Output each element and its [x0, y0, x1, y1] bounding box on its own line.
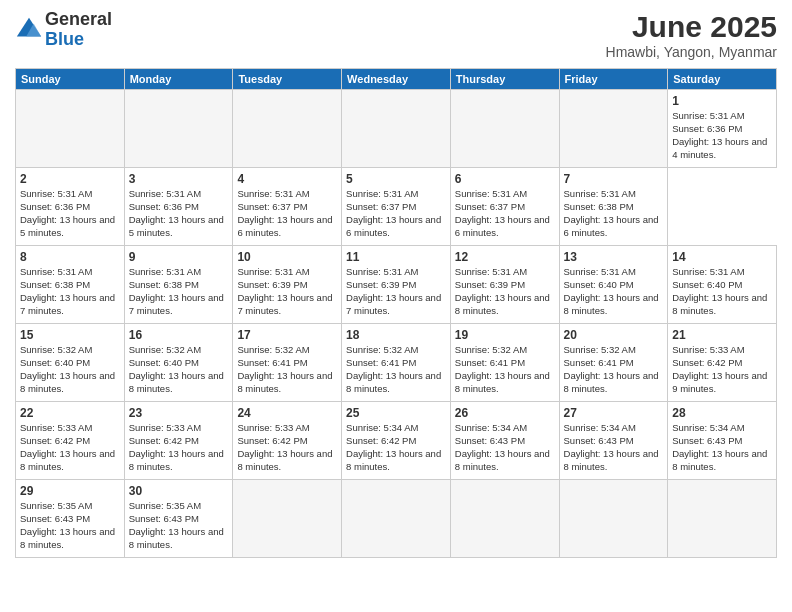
table-row: 19Sunrise: 5:32 AMSunset: 6:41 PMDayligh…: [450, 324, 559, 402]
daylight: Daylight: 13 hours and 8 minutes.: [564, 448, 659, 472]
empty-cell: [233, 480, 342, 558]
table-row: 5Sunrise: 5:31 AMSunset: 6:37 PMDaylight…: [342, 168, 451, 246]
sunset: Sunset: 6:40 PM: [20, 357, 90, 368]
sunset: Sunset: 6:40 PM: [129, 357, 199, 368]
sunset: Sunset: 6:43 PM: [564, 435, 634, 446]
sunrise: Sunrise: 5:34 AM: [672, 422, 744, 433]
sunset: Sunset: 6:41 PM: [564, 357, 634, 368]
table-row: 8Sunrise: 5:31 AMSunset: 6:38 PMDaylight…: [16, 246, 125, 324]
day-number: 15: [20, 327, 120, 343]
sunset: Sunset: 6:42 PM: [129, 435, 199, 446]
daylight: Daylight: 13 hours and 8 minutes.: [564, 292, 659, 316]
daylight: Daylight: 13 hours and 7 minutes.: [346, 292, 441, 316]
day-number: 30: [129, 483, 229, 499]
table-row: 1Sunrise: 5:31 AMSunset: 6:36 PMDaylight…: [668, 90, 777, 168]
sunrise: Sunrise: 5:31 AM: [564, 188, 636, 199]
table-row: 7Sunrise: 5:31 AMSunset: 6:38 PMDaylight…: [559, 168, 668, 246]
table-row: 9Sunrise: 5:31 AMSunset: 6:38 PMDaylight…: [124, 246, 233, 324]
sunset: Sunset: 6:42 PM: [672, 357, 742, 368]
daylight: Daylight: 13 hours and 8 minutes.: [129, 526, 224, 550]
day-number: 25: [346, 405, 446, 421]
sunrise: Sunrise: 5:31 AM: [455, 266, 527, 277]
sunset: Sunset: 6:36 PM: [672, 123, 742, 134]
sunset: Sunset: 6:39 PM: [346, 279, 416, 290]
day-number: 5: [346, 171, 446, 187]
sunrise: Sunrise: 5:31 AM: [129, 266, 201, 277]
sunrise: Sunrise: 5:31 AM: [455, 188, 527, 199]
day-number: 6: [455, 171, 555, 187]
logo-text: General Blue: [45, 10, 112, 50]
calendar-subtitle: Hmawbi, Yangon, Myanmar: [606, 44, 777, 60]
calendar-header-row: Sunday Monday Tuesday Wednesday Thursday…: [16, 69, 777, 90]
table-row: 28Sunrise: 5:34 AMSunset: 6:43 PMDayligh…: [668, 402, 777, 480]
sunrise: Sunrise: 5:31 AM: [20, 266, 92, 277]
sunrise: Sunrise: 5:33 AM: [672, 344, 744, 355]
sunset: Sunset: 6:37 PM: [455, 201, 525, 212]
sunset: Sunset: 6:40 PM: [564, 279, 634, 290]
daylight: Daylight: 13 hours and 8 minutes.: [129, 370, 224, 394]
daylight: Daylight: 13 hours and 8 minutes.: [455, 370, 550, 394]
table-row: 23Sunrise: 5:33 AMSunset: 6:42 PMDayligh…: [124, 402, 233, 480]
table-row: 16Sunrise: 5:32 AMSunset: 6:40 PMDayligh…: [124, 324, 233, 402]
sunrise: Sunrise: 5:32 AM: [20, 344, 92, 355]
daylight: Daylight: 13 hours and 6 minutes.: [346, 214, 441, 238]
day-number: 11: [346, 249, 446, 265]
table-row: 14Sunrise: 5:31 AMSunset: 6:40 PMDayligh…: [668, 246, 777, 324]
sunrise: Sunrise: 5:31 AM: [237, 188, 309, 199]
sunrise: Sunrise: 5:31 AM: [237, 266, 309, 277]
table-row: 6Sunrise: 5:31 AMSunset: 6:37 PMDaylight…: [450, 168, 559, 246]
daylight: Daylight: 13 hours and 7 minutes.: [20, 292, 115, 316]
daylight: Daylight: 13 hours and 8 minutes.: [672, 292, 767, 316]
col-friday: Friday: [559, 69, 668, 90]
sunset: Sunset: 6:43 PM: [20, 513, 90, 524]
empty-cell: [450, 90, 559, 168]
sunrise: Sunrise: 5:33 AM: [237, 422, 309, 433]
sunset: Sunset: 6:38 PM: [129, 279, 199, 290]
logo: General Blue: [15, 10, 112, 50]
sunset: Sunset: 6:37 PM: [346, 201, 416, 212]
daylight: Daylight: 13 hours and 8 minutes.: [346, 448, 441, 472]
daylight: Daylight: 13 hours and 6 minutes.: [237, 214, 332, 238]
sunrise: Sunrise: 5:33 AM: [20, 422, 92, 433]
daylight: Daylight: 13 hours and 6 minutes.: [455, 214, 550, 238]
day-number: 17: [237, 327, 337, 343]
sunset: Sunset: 6:38 PM: [20, 279, 90, 290]
sunset: Sunset: 6:40 PM: [672, 279, 742, 290]
day-number: 20: [564, 327, 664, 343]
table-row: 17Sunrise: 5:32 AMSunset: 6:41 PMDayligh…: [233, 324, 342, 402]
daylight: Daylight: 13 hours and 8 minutes.: [672, 448, 767, 472]
sunrise: Sunrise: 5:32 AM: [237, 344, 309, 355]
sunset: Sunset: 6:41 PM: [346, 357, 416, 368]
day-number: 2: [20, 171, 120, 187]
sunset: Sunset: 6:41 PM: [237, 357, 307, 368]
table-row: 29Sunrise: 5:35 AMSunset: 6:43 PMDayligh…: [16, 480, 125, 558]
sunrise: Sunrise: 5:31 AM: [20, 188, 92, 199]
col-saturday: Saturday: [668, 69, 777, 90]
empty-cell: [342, 480, 451, 558]
daylight: Daylight: 13 hours and 8 minutes.: [455, 292, 550, 316]
calendar-table: Sunday Monday Tuesday Wednesday Thursday…: [15, 68, 777, 558]
sunset: Sunset: 6:39 PM: [237, 279, 307, 290]
daylight: Daylight: 13 hours and 5 minutes.: [129, 214, 224, 238]
daylight: Daylight: 13 hours and 8 minutes.: [237, 370, 332, 394]
sunrise: Sunrise: 5:32 AM: [455, 344, 527, 355]
sunset: Sunset: 6:43 PM: [455, 435, 525, 446]
sunrise: Sunrise: 5:35 AM: [20, 500, 92, 511]
sunrise: Sunrise: 5:32 AM: [129, 344, 201, 355]
col-thursday: Thursday: [450, 69, 559, 90]
daylight: Daylight: 13 hours and 8 minutes.: [20, 526, 115, 550]
empty-cell: [450, 480, 559, 558]
day-number: 21: [672, 327, 772, 343]
daylight: Daylight: 13 hours and 7 minutes.: [237, 292, 332, 316]
sunset: Sunset: 6:42 PM: [237, 435, 307, 446]
day-number: 8: [20, 249, 120, 265]
table-row: 2Sunrise: 5:31 AMSunset: 6:36 PMDaylight…: [16, 168, 125, 246]
table-row: 3Sunrise: 5:31 AMSunset: 6:36 PMDaylight…: [124, 168, 233, 246]
day-number: 28: [672, 405, 772, 421]
table-row: 20Sunrise: 5:32 AMSunset: 6:41 PMDayligh…: [559, 324, 668, 402]
sunset: Sunset: 6:42 PM: [20, 435, 90, 446]
daylight: Daylight: 13 hours and 9 minutes.: [672, 370, 767, 394]
day-number: 10: [237, 249, 337, 265]
sunrise: Sunrise: 5:35 AM: [129, 500, 201, 511]
day-number: 13: [564, 249, 664, 265]
